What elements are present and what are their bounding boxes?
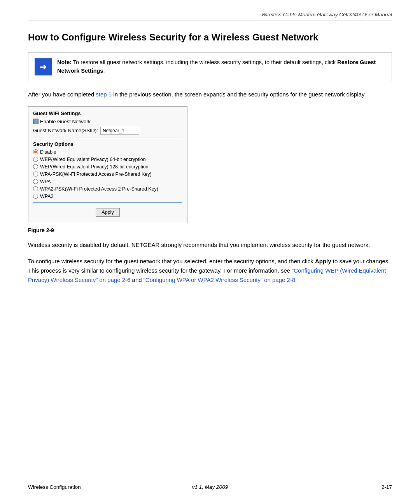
radio-wpapsk[interactable] bbox=[33, 172, 38, 177]
footer-right: 2-17 bbox=[382, 484, 392, 490]
radio-row-6: WPA2 bbox=[33, 194, 182, 199]
ui-screenshot-panel: Guest WiFi Settings Enable Guest Network… bbox=[28, 106, 187, 223]
radio-disable[interactable] bbox=[33, 149, 38, 154]
body-para3-suffix: . bbox=[295, 276, 297, 283]
page-header: Wireless Cable Modem Gateway CGD24G User… bbox=[28, 12, 392, 21]
divider1 bbox=[33, 138, 182, 138]
radio-wpa-label: WPA bbox=[40, 179, 51, 184]
body-para2: Wireless security is disabled by default… bbox=[28, 240, 392, 250]
apply-row: Apply bbox=[33, 208, 182, 217]
body-para3: To configure wireless security for the g… bbox=[28, 257, 392, 285]
radio-wpa2psk[interactable] bbox=[33, 186, 38, 191]
radio-wpa[interactable] bbox=[33, 179, 38, 184]
radio-wpa2psk-label: WPA2-PSK(Wi-Fi Protected Access 2 Pre-Sh… bbox=[40, 186, 158, 192]
ssid-input[interactable] bbox=[100, 127, 139, 135]
divider2 bbox=[33, 202, 182, 203]
note-text: Note: To restore all guest network setti… bbox=[57, 58, 385, 75]
page-footer: Wireless Configuration v1.1, May 2009 2-… bbox=[28, 480, 392, 490]
ssid-label: Guest Network Name(SSID): bbox=[33, 128, 98, 133]
note-bold-prefix: Note: bbox=[57, 59, 72, 65]
apply-button[interactable]: Apply bbox=[96, 208, 119, 217]
footer-left: Wireless Configuration bbox=[28, 484, 81, 490]
radio-row-2: WEP(Wired Equivalent Privacy) 128-bit en… bbox=[33, 164, 182, 170]
radio-row-3: WPA-PSK(Wi-Fi Protected Access Pre-Share… bbox=[33, 172, 182, 177]
radio-wpa2[interactable] bbox=[33, 194, 38, 199]
radio-row-4: WPA bbox=[33, 179, 182, 184]
footer-divider bbox=[28, 480, 392, 480]
body-para3-bold1: Apply bbox=[315, 258, 331, 264]
radio-row-5: WPA2-PSK(Wi-Fi Protected Access 2 Pre-Sh… bbox=[33, 186, 182, 192]
page-title: How to Configure Wireless Security for a… bbox=[28, 32, 392, 43]
radio-wep64[interactable] bbox=[33, 157, 38, 162]
radio-row-0: Disable bbox=[33, 149, 182, 155]
radio-row-1: WEP(Wired Equivalent Privacy) 64-bit enc… bbox=[33, 157, 182, 162]
ssid-row: Guest Network Name(SSID): bbox=[33, 127, 182, 135]
radio-wep64-label: WEP(Wired Equivalent Privacy) 64-bit enc… bbox=[40, 157, 146, 162]
section1-title: Guest WiFi Settings bbox=[33, 110, 182, 116]
footer-center: v1.1, May 2009 bbox=[192, 484, 228, 490]
enable-guest-checkbox[interactable] bbox=[33, 119, 38, 124]
section2-title: Security Options bbox=[33, 141, 182, 147]
enable-guest-label: Enable Guest Network bbox=[40, 119, 91, 124]
radio-disable-label: Disable bbox=[40, 149, 56, 155]
note-body: To restore all guest network settings, i… bbox=[72, 59, 337, 65]
note-box: Note: To restore all guest network setti… bbox=[28, 52, 392, 81]
radio-wep128[interactable] bbox=[33, 164, 38, 169]
body-para1-prefix: After you have completed bbox=[28, 91, 96, 98]
body-para1-suffix: in the previous section, the screen expa… bbox=[112, 91, 366, 98]
wpa-link[interactable]: “Configuring WPA or WPA2 Wireless Securi… bbox=[144, 276, 295, 283]
body-para1: After you have completed step 5 in the p… bbox=[28, 90, 392, 99]
figure-label: Figure 2-9 bbox=[28, 227, 392, 233]
radio-wpapsk-label: WPA-PSK(Wi-Fi Protected Access Pre-Share… bbox=[40, 172, 152, 177]
radio-wep128-label: WEP(Wired Equivalent Privacy) 128-bit en… bbox=[40, 164, 149, 170]
footer-content: Wireless Configuration v1.1, May 2009 2-… bbox=[28, 484, 392, 490]
enable-guest-network-row: Enable Guest Network bbox=[33, 119, 182, 124]
note-suffix: . bbox=[103, 68, 105, 74]
body-para3-prefix: To configure wireless security for the g… bbox=[28, 258, 315, 264]
arrow-icon bbox=[35, 58, 52, 75]
body-para3-and: and bbox=[130, 276, 143, 283]
step5-link[interactable]: step 5 bbox=[96, 91, 112, 98]
radio-wpa2-label: WPA2 bbox=[40, 194, 54, 199]
